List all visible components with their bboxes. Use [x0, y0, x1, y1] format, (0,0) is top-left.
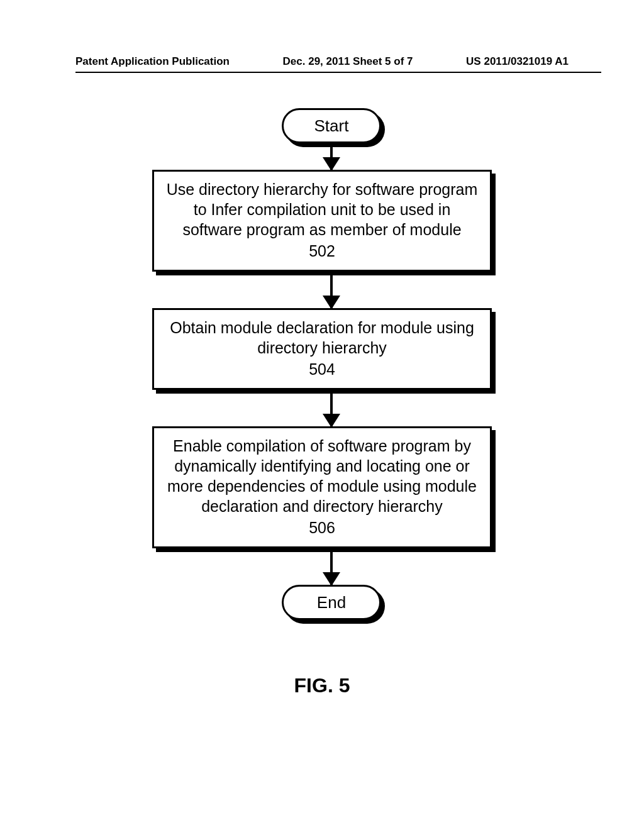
end-terminal: End	[282, 585, 381, 620]
start-terminal: Start	[282, 108, 381, 143]
process-506-text: Enable compilation of software program b…	[165, 436, 479, 516]
process-504-text: Obtain module declaration for module usi…	[165, 318, 479, 358]
figure-label: FIG. 5	[294, 674, 350, 697]
process-502: Use directory hierarchy for software pro…	[152, 170, 492, 272]
arrow-502-to-504	[330, 272, 333, 308]
end-label: End	[317, 593, 346, 612]
process-502-ref: 502	[309, 241, 335, 261]
process-506-ref: 506	[309, 517, 335, 538]
start-label: Start	[314, 116, 349, 136]
end-body: End	[282, 585, 381, 620]
process-502-body: Use directory hierarchy for software pro…	[152, 170, 492, 272]
arrow-504-to-506	[330, 390, 333, 426]
header-left-text: Patent Application Publication	[75, 55, 230, 68]
process-506-body: Enable compilation of software program b…	[152, 426, 492, 548]
header-divider	[75, 72, 601, 73]
start-body: Start	[282, 108, 381, 143]
flowchart: Start Use directory hierarchy for softwa…	[146, 108, 498, 620]
process-502-text: Use directory hierarchy for software pro…	[165, 179, 479, 240]
arrow-start-to-502	[330, 143, 333, 170]
process-506: Enable compilation of software program b…	[152, 426, 492, 548]
process-504-ref: 504	[309, 359, 335, 379]
arrow-506-to-end	[330, 548, 333, 585]
process-504: Obtain module declaration for module usi…	[152, 308, 492, 390]
page-header: Patent Application Publication Dec. 29, …	[0, 55, 644, 68]
process-504-body: Obtain module declaration for module usi…	[152, 308, 492, 390]
header-center-text: Dec. 29, 2011 Sheet 5 of 7	[283, 55, 413, 68]
header-right-text: US 2011/0321019 A1	[466, 55, 569, 68]
